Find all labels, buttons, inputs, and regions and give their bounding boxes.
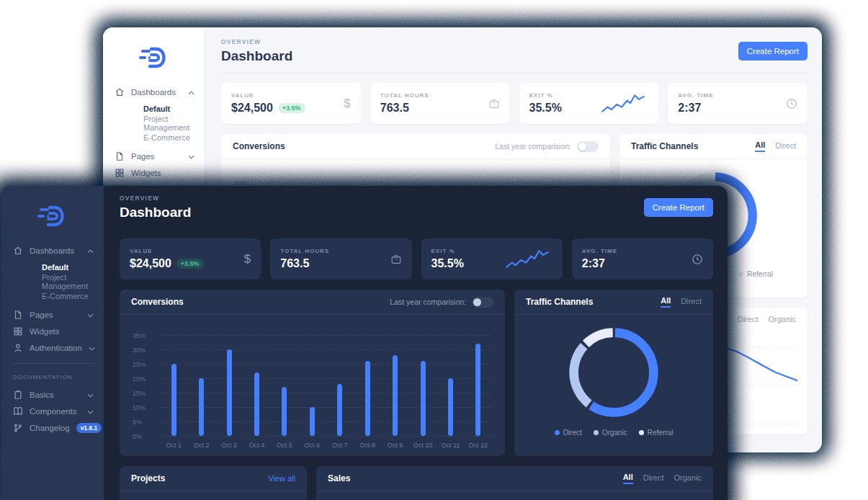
- toggle-label: Last year comparision:: [390, 298, 466, 306]
- dark-main: OVERVIEW Dashboard Create Report VALUE $…: [104, 186, 728, 500]
- stat-label: TOTAL HOURS: [380, 92, 429, 99]
- y-axis-tick: 15%: [133, 390, 146, 397]
- sidebar-divider: [12, 363, 94, 364]
- sidebar-item-widgets[interactable]: Widgets: [115, 164, 205, 181]
- sidebar-item-label: Components: [30, 407, 76, 416]
- stat-label: EXIT %: [529, 92, 562, 99]
- bar: [282, 387, 287, 436]
- last-year-toggle[interactable]: [577, 141, 599, 152]
- page-title: Dashboard: [120, 205, 191, 220]
- dark-nav: Dashboards Default Project Management E-…: [1, 242, 104, 356]
- page-icon: [115, 151, 125, 161]
- sidebar-subitem-default[interactable]: Default: [143, 102, 205, 116]
- stat-value: 2:37: [678, 102, 701, 115]
- tab-direct[interactable]: Direct: [738, 315, 759, 325]
- card-divider: [120, 491, 307, 491]
- sidebar-subitem-ecommerce[interactable]: E-Commerce: [42, 289, 104, 303]
- tab-direct[interactable]: Direct: [643, 473, 664, 483]
- card-title: Sales: [328, 473, 350, 483]
- sidebar-item-changelog[interactable]: Changelog v1.6.1: [13, 419, 104, 436]
- chevron-down-icon: [87, 311, 94, 319]
- tab-direct[interactable]: Direct: [775, 141, 796, 151]
- sidebar-item-dashboards[interactable]: Dashboards: [115, 84, 205, 100]
- legend-label: Direct: [563, 429, 582, 437]
- sidebar-item-dashboards[interactable]: Dashboards: [13, 242, 104, 259]
- sidebar-item-widgets[interactable]: Widgets: [13, 323, 104, 339]
- x-axis-tick: Oct 1: [160, 442, 187, 449]
- tab-organic[interactable]: Organic: [674, 473, 702, 483]
- home-icon: [13, 246, 23, 256]
- y-axis-tick: 10%: [133, 404, 146, 411]
- stat-card-exit: EXIT % 35.5%: [519, 83, 659, 124]
- sparkline-chart: [504, 246, 552, 272]
- traffic-legend: Direct Organic Referral: [514, 421, 713, 445]
- x-axis-tick: Oct 3: [215, 442, 243, 449]
- sidebar-item-basics[interactable]: Basics: [13, 386, 104, 403]
- bar: [227, 349, 232, 436]
- sidebar-item-label: Widgets: [30, 327, 60, 336]
- stat-card-avg-time: AVG. TIME 2:37: [572, 238, 713, 280]
- tab-direct[interactable]: Direct: [681, 297, 702, 307]
- stat-value: 763.5: [280, 257, 309, 270]
- sidebar-item-components[interactable]: Components: [13, 403, 104, 419]
- x-axis-tick: Oct 2: [187, 442, 215, 449]
- version-badge: v1.6.1: [76, 423, 102, 433]
- dark-logo[interactable]: [1, 196, 104, 242]
- light-logo[interactable]: [103, 37, 205, 84]
- tab-all[interactable]: All: [755, 140, 765, 152]
- tab-all[interactable]: All: [623, 473, 633, 484]
- sidebar-item-label: Pages: [30, 311, 53, 319]
- toggle-label: Last year comparision:: [495, 142, 571, 151]
- last-year-toggle[interactable]: [472, 297, 493, 308]
- sidebar-section-label: DOCUMENTATION: [1, 371, 104, 386]
- bar: [448, 378, 453, 436]
- breadcrumb: OVERVIEW: [221, 38, 292, 45]
- y-axis-tick: 0%: [133, 433, 142, 440]
- sidebar-subitem-ecommerce[interactable]: E-Commerce: [143, 130, 205, 145]
- create-report-button[interactable]: Create Report: [644, 198, 713, 217]
- y-axis-tick: 20%: [133, 375, 146, 383]
- stat-texts: AVG. TIME 2:37: [678, 92, 713, 115]
- stat-texts: VALUE $24,500 +3.5%: [130, 248, 204, 270]
- briefcase-icon: [488, 98, 500, 110]
- sidebar-subitem-default[interactable]: Default: [42, 260, 104, 274]
- x-axis-tick: Oct 7: [326, 442, 354, 449]
- dark-row-charts: Conversions Last year comparision: 35% 3…: [120, 290, 713, 456]
- stat-texts: AVG. TIME 2:37: [582, 248, 617, 270]
- brand-logo-icon: [138, 43, 171, 72]
- book-icon: [13, 406, 23, 416]
- bar: [171, 364, 176, 436]
- sidebar-item-label: Authentication: [30, 344, 82, 352]
- stat-texts: TOTAL HOURS 763.5: [380, 92, 429, 115]
- chevron-down-icon: [89, 344, 95, 352]
- traffic-donut-chart: [514, 315, 713, 421]
- sales-tabs: All Direct Organic: [623, 473, 702, 484]
- chevron-up-icon: [188, 88, 194, 97]
- stat-value: $24,500: [130, 257, 171, 270]
- stat-value: 35.5%: [529, 102, 562, 115]
- stat-card-total-hours: TOTAL HOURS 763.5: [370, 83, 510, 124]
- light-header: OVERVIEW Dashboard Create Report: [221, 38, 807, 64]
- tab-organic[interactable]: Organic: [768, 315, 796, 325]
- sidebar-item-pages[interactable]: Pages: [13, 306, 104, 323]
- sidebar-subitem-project-management[interactable]: Project Management: [42, 274, 104, 289]
- tab-all[interactable]: All: [661, 296, 671, 308]
- sidebar-item-authentication[interactable]: Authentication: [13, 339, 104, 356]
- sidebar-subitem-project-management[interactable]: Project Management: [143, 116, 205, 130]
- sidebar-item-label: Dashboards: [131, 88, 176, 97]
- sidebar-item-pages[interactable]: Pages: [115, 148, 205, 164]
- toggle-knob: [473, 298, 481, 306]
- chevron-down-icon: [188, 152, 194, 161]
- dark-sales-card: Sales All Direct Organic 30%: [316, 466, 713, 500]
- briefcase-icon: [390, 254, 402, 265]
- clipboard-icon: [13, 390, 23, 400]
- stat-card-value: VALUE $24,500 +3.5% $: [120, 238, 261, 280]
- bar: [199, 378, 204, 436]
- clock-icon: [786, 98, 797, 110]
- card-title: Conversions: [131, 297, 184, 307]
- create-report-button[interactable]: Create Report: [738, 42, 807, 61]
- x-axis-tick: Oct 5: [271, 442, 298, 449]
- sparkline-chart: [599, 91, 648, 117]
- view-all-link[interactable]: View all: [268, 474, 295, 483]
- x-axis-tick: Oct 12: [465, 442, 492, 449]
